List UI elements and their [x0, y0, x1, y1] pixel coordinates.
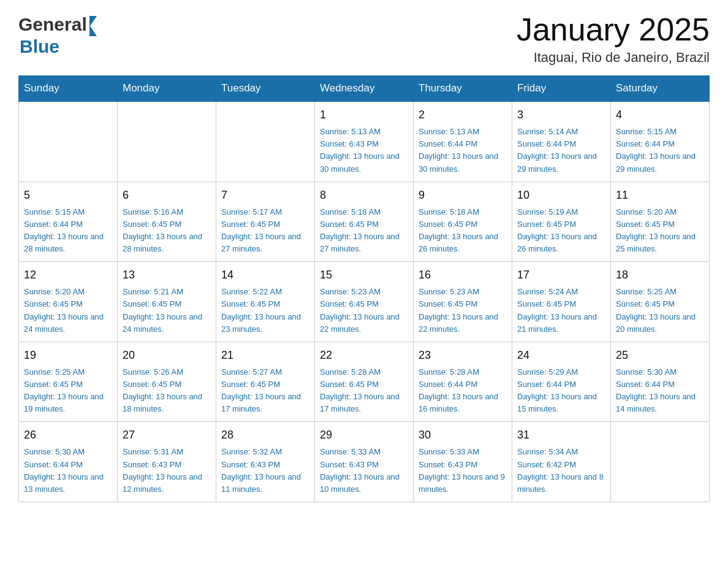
calendar-cell: 29Sunrise: 5:33 AMSunset: 6:43 PMDayligh…	[315, 422, 414, 502]
calendar-subtitle: Itaguai, Rio de Janeiro, Brazil	[517, 50, 710, 66]
day-info: Sunrise: 5:31 AMSunset: 6:43 PMDaylight:…	[123, 446, 211, 496]
calendar-cell: 10Sunrise: 5:19 AMSunset: 6:45 PMDayligh…	[512, 182, 611, 262]
calendar-cell: 14Sunrise: 5:22 AMSunset: 6:45 PMDayligh…	[216, 262, 315, 342]
calendar-cell: 13Sunrise: 5:21 AMSunset: 6:45 PMDayligh…	[118, 262, 216, 342]
day-number: 21	[221, 347, 309, 364]
week-row-2: 5Sunrise: 5:15 AMSunset: 6:44 PMDaylight…	[19, 182, 710, 262]
logo-blue-text: Blue	[20, 36, 59, 57]
day-number: 16	[419, 267, 507, 283]
day-number: 13	[123, 267, 211, 283]
calendar-header: SundayMondayTuesdayWednesdayThursdayFrid…	[19, 76, 710, 102]
day-number: 3	[517, 107, 605, 123]
day-info: Sunrise: 5:13 AMSunset: 6:44 PMDaylight:…	[419, 126, 507, 175]
day-info: Sunrise: 5:23 AMSunset: 6:45 PMDaylight:…	[320, 286, 408, 335]
day-info: Sunrise: 5:21 AMSunset: 6:45 PMDaylight:…	[123, 286, 211, 335]
logo-general-text: General	[18, 14, 87, 35]
calendar-cell: 1Sunrise: 5:13 AMSunset: 6:43 PMDaylight…	[315, 101, 414, 182]
day-info: Sunrise: 5:13 AMSunset: 6:43 PMDaylight:…	[320, 126, 408, 175]
day-info: Sunrise: 5:32 AMSunset: 6:43 PMDaylight:…	[221, 446, 309, 496]
day-number: 12	[24, 267, 112, 283]
calendar-cell: 9Sunrise: 5:18 AMSunset: 6:45 PMDaylight…	[414, 182, 512, 262]
calendar-cell	[19, 101, 118, 182]
day-number: 22	[320, 347, 408, 364]
calendar-title: January 2025	[517, 12, 710, 47]
day-number: 11	[616, 187, 704, 204]
calendar-table: SundayMondayTuesdayWednesdayThursdayFrid…	[18, 75, 710, 502]
header-day-saturday: Saturday	[611, 76, 710, 102]
day-info: Sunrise: 5:28 AMSunset: 6:44 PMDaylight:…	[419, 366, 507, 416]
calendar-cell: 16Sunrise: 5:23 AMSunset: 6:45 PMDayligh…	[414, 262, 512, 342]
day-info: Sunrise: 5:14 AMSunset: 6:44 PMDaylight:…	[517, 126, 605, 175]
calendar-cell	[118, 101, 216, 182]
day-info: Sunrise: 5:26 AMSunset: 6:45 PMDaylight:…	[123, 366, 211, 416]
calendar-cell: 22Sunrise: 5:28 AMSunset: 6:45 PMDayligh…	[315, 342, 414, 422]
header-day-wednesday: Wednesday	[315, 76, 414, 102]
day-number: 17	[517, 267, 605, 283]
day-number: 30	[419, 427, 507, 443]
day-number: 2	[419, 107, 507, 123]
day-info: Sunrise: 5:15 AMSunset: 6:44 PMDaylight:…	[24, 206, 112, 256]
page-header: General Blue January 2025 Itaguai, Rio d…	[18, 12, 710, 66]
calendar-cell: 26Sunrise: 5:30 AMSunset: 6:44 PMDayligh…	[19, 422, 118, 502]
header-day-tuesday: Tuesday	[216, 76, 315, 102]
week-row-4: 19Sunrise: 5:25 AMSunset: 6:45 PMDayligh…	[19, 342, 710, 422]
header-day-thursday: Thursday	[414, 76, 512, 102]
header-day-sunday: Sunday	[19, 76, 118, 102]
day-info: Sunrise: 5:34 AMSunset: 6:42 PMDaylight:…	[517, 446, 605, 496]
day-info: Sunrise: 5:25 AMSunset: 6:45 PMDaylight:…	[24, 366, 112, 416]
day-info: Sunrise: 5:17 AMSunset: 6:45 PMDaylight:…	[221, 206, 309, 256]
day-number: 27	[123, 427, 211, 443]
calendar-cell: 21Sunrise: 5:27 AMSunset: 6:45 PMDayligh…	[216, 342, 315, 422]
day-number: 10	[517, 187, 605, 204]
day-number: 23	[419, 347, 507, 364]
week-row-3: 12Sunrise: 5:20 AMSunset: 6:45 PMDayligh…	[19, 262, 710, 342]
day-number: 28	[221, 427, 309, 443]
day-number: 4	[616, 107, 704, 123]
header-row: SundayMondayTuesdayWednesdayThursdayFrid…	[19, 76, 710, 102]
calendar-cell: 7Sunrise: 5:17 AMSunset: 6:45 PMDaylight…	[216, 182, 315, 262]
day-info: Sunrise: 5:33 AMSunset: 6:43 PMDaylight:…	[320, 446, 408, 496]
logo-row2: Blue	[20, 36, 59, 57]
calendar-cell: 31Sunrise: 5:34 AMSunset: 6:42 PMDayligh…	[512, 422, 611, 502]
day-info: Sunrise: 5:25 AMSunset: 6:45 PMDaylight:…	[616, 286, 704, 335]
calendar-cell: 20Sunrise: 5:26 AMSunset: 6:45 PMDayligh…	[118, 342, 216, 422]
day-info: Sunrise: 5:15 AMSunset: 6:44 PMDaylight:…	[616, 126, 704, 175]
day-info: Sunrise: 5:20 AMSunset: 6:45 PMDaylight:…	[616, 206, 704, 256]
day-number: 9	[419, 187, 507, 204]
calendar-cell: 25Sunrise: 5:30 AMSunset: 6:44 PMDayligh…	[611, 342, 710, 422]
day-number: 15	[320, 267, 408, 283]
week-row-5: 26Sunrise: 5:30 AMSunset: 6:44 PMDayligh…	[19, 422, 710, 502]
logo: General Blue	[18, 12, 97, 57]
calendar-cell: 3Sunrise: 5:14 AMSunset: 6:44 PMDaylight…	[512, 101, 611, 182]
day-number: 7	[221, 187, 309, 204]
day-info: Sunrise: 5:20 AMSunset: 6:45 PMDaylight:…	[24, 286, 112, 335]
day-info: Sunrise: 5:30 AMSunset: 6:44 PMDaylight:…	[24, 446, 112, 496]
logo-icon	[89, 16, 97, 36]
day-info: Sunrise: 5:33 AMSunset: 6:43 PMDaylight:…	[419, 446, 507, 496]
calendar-cell	[216, 101, 315, 182]
calendar-cell: 6Sunrise: 5:16 AMSunset: 6:45 PMDaylight…	[118, 182, 216, 262]
day-number: 20	[123, 347, 211, 364]
calendar-cell: 8Sunrise: 5:18 AMSunset: 6:45 PMDaylight…	[315, 182, 414, 262]
calendar-cell: 15Sunrise: 5:23 AMSunset: 6:45 PMDayligh…	[315, 262, 414, 342]
calendar-body: 1Sunrise: 5:13 AMSunset: 6:43 PMDaylight…	[19, 101, 710, 502]
day-number: 25	[616, 347, 704, 364]
day-info: Sunrise: 5:18 AMSunset: 6:45 PMDaylight:…	[419, 206, 507, 256]
day-number: 14	[221, 267, 309, 283]
day-number: 24	[517, 347, 605, 364]
day-number: 19	[24, 347, 112, 364]
day-number: 1	[320, 107, 408, 123]
day-info: Sunrise: 5:22 AMSunset: 6:45 PMDaylight:…	[221, 286, 309, 335]
calendar-cell: 23Sunrise: 5:28 AMSunset: 6:44 PMDayligh…	[414, 342, 512, 422]
day-info: Sunrise: 5:19 AMSunset: 6:45 PMDaylight:…	[517, 206, 605, 256]
calendar-cell: 19Sunrise: 5:25 AMSunset: 6:45 PMDayligh…	[19, 342, 118, 422]
calendar-cell: 4Sunrise: 5:15 AMSunset: 6:44 PMDaylight…	[611, 101, 710, 182]
day-info: Sunrise: 5:23 AMSunset: 6:45 PMDaylight:…	[419, 286, 507, 335]
calendar-cell: 5Sunrise: 5:15 AMSunset: 6:44 PMDaylight…	[19, 182, 118, 262]
calendar-cell: 28Sunrise: 5:32 AMSunset: 6:43 PMDayligh…	[216, 422, 315, 502]
day-number: 5	[24, 187, 112, 204]
day-number: 29	[320, 427, 408, 443]
header-day-friday: Friday	[512, 76, 611, 102]
day-number: 18	[616, 267, 704, 283]
day-info: Sunrise: 5:28 AMSunset: 6:45 PMDaylight:…	[320, 366, 408, 416]
